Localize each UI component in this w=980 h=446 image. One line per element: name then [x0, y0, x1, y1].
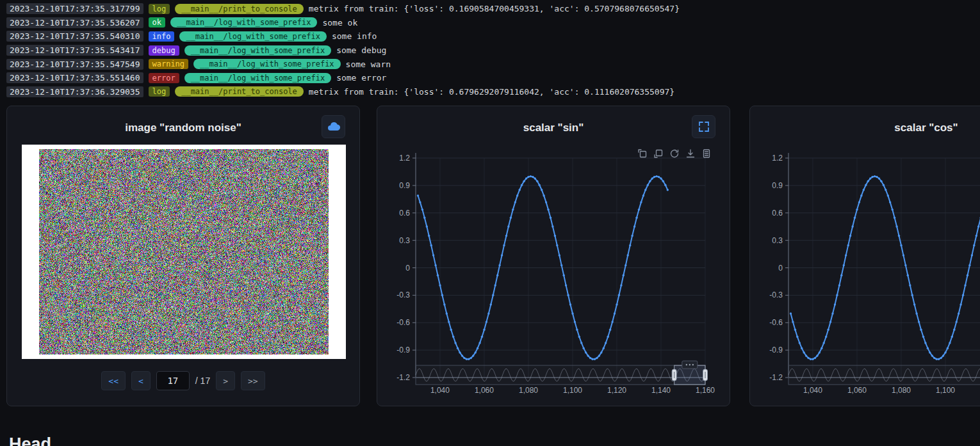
y-tick-label: 1.2 [772, 154, 783, 163]
log-entry: 2023-12-10T17:37:35.536207 ok __main__/l… [0, 16, 980, 30]
log-timestamp: 2023-12-10T17:37:35.551460 [6, 72, 143, 83]
log-console: 2023-12-10T17:37:35.317799 log __main__/… [0, 0, 980, 99]
log-module-badge: __main__/print_to_console [175, 4, 304, 14]
next-page-button[interactable]: > [216, 371, 235, 390]
log-level-badge: error [149, 73, 179, 83]
chart-toolbox [637, 148, 712, 159]
sin-card-title: scalar "sin" [377, 122, 730, 134]
y-tick-label: -0.6 [396, 318, 410, 327]
image-card-title: image "random noise" [7, 122, 359, 134]
zoom-reset-icon[interactable] [653, 148, 664, 159]
section-heading: Head [9, 434, 51, 446]
log-timestamp: 2023-12-10T17:37:35.540310 [6, 31, 143, 42]
log-entry: 2023-12-10T17:37:35.551460 error __main_… [0, 71, 980, 85]
x-tick-label: 1,040 [430, 386, 450, 395]
x-tick-label: 1,060 [847, 386, 867, 395]
scalar-sin-card: scalar "sin" 1.20.90.60.30-0.3-0.6-0.9-1… [377, 106, 730, 406]
cloud-download-icon [327, 121, 341, 132]
y-tick-label: -0.6 [769, 318, 783, 327]
cloud-download-button[interactable] [322, 115, 345, 138]
x-tick-label: 1,100 [936, 386, 955, 395]
log-module-badge: __main__/log_with_some_prefix [193, 59, 341, 69]
log-module-badge: __main__/log_with_some_prefix [184, 73, 332, 83]
noise-image-canvas [22, 145, 346, 359]
log-level-badge: log [149, 86, 170, 97]
log-level-badge: info [149, 31, 175, 42]
x-tick-label: 1,040 [803, 386, 822, 395]
y-tick-label: 0.9 [399, 181, 410, 190]
page-number-input[interactable] [156, 371, 190, 390]
restore-icon[interactable] [669, 148, 680, 159]
y-tick-label: -0.3 [769, 291, 783, 299]
fullscreen-button[interactable] [692, 115, 715, 138]
log-entry: 2023-12-10T17:37:36.329035 log __main__/… [0, 85, 980, 99]
y-tick-label: 0.9 [772, 181, 783, 190]
x-tick-label: 1,160 [696, 386, 715, 395]
y-tick-label: 0 [778, 264, 783, 273]
log-module-badge: __main__/log_with_some_prefix [184, 45, 332, 56]
log-level-badge: debug [149, 45, 179, 56]
log-message: metrix from train: {'loss': 0.1690584700… [309, 4, 680, 13]
scalar-cos-card: scalar "cos" 1.20.90.60.30-0.3-0.6-0.9-1… [749, 106, 980, 406]
x-tick-label: 1,140 [651, 386, 671, 395]
log-timestamp: 2023-12-10T17:37:35.536207 [6, 17, 143, 28]
first-page-button[interactable]: << [101, 371, 126, 390]
save-image-icon[interactable] [685, 148, 696, 159]
log-message: some debug [336, 45, 386, 55]
log-timestamp: 2023-12-10T17:37:35.547549 [6, 59, 143, 70]
image-pagination: << < / 17 > >> [7, 371, 359, 390]
y-tick-label: -0.9 [769, 346, 783, 354]
x-tick-label: 1,120 [607, 386, 626, 395]
log-entry: 2023-12-10T17:37:35.547549 warning __mai… [0, 57, 980, 71]
log-module-badge: __main__/log_with_some_prefix [170, 17, 318, 28]
y-tick-label: 0.6 [772, 209, 783, 218]
log-level-badge: warning [149, 59, 189, 69]
image-card: image "random noise" << < / 17 > >> [6, 106, 360, 406]
y-tick-label: 0.3 [772, 236, 783, 245]
y-tick-label: -0.9 [396, 346, 410, 354]
log-timestamp: 2023-12-10T17:37:35.317799 [6, 3, 143, 14]
cos-chart-plot[interactable]: 1.20.90.60.30-0.3-0.6-0.9-1.21,0401,0601… [750, 106, 980, 407]
x-tick-label: 1,080 [892, 386, 911, 395]
log-entry: 2023-12-10T17:37:35.543417 debug __main_… [0, 44, 980, 58]
y-tick-label: 0 [405, 264, 410, 273]
log-message: some ok [322, 18, 357, 28]
box-zoom-icon[interactable] [637, 148, 648, 159]
log-module-badge: __main__/print_to_console [175, 86, 304, 97]
log-message: metrix from train: {'loss': 0.6796292079… [309, 87, 674, 97]
log-timestamp: 2023-12-10T17:37:35.543417 [6, 45, 143, 56]
y-tick-label: -1.2 [396, 373, 410, 382]
page-total-label: / 17 [195, 376, 210, 386]
fullscreen-expand-icon [698, 120, 710, 133]
log-entry: 2023-12-10T17:37:35.540310 info __main__… [0, 29, 980, 44]
y-tick-label: 0.6 [399, 209, 410, 218]
y-tick-label: 1.2 [399, 154, 410, 163]
log-timestamp: 2023-12-10T17:37:36.329035 [6, 86, 143, 97]
x-tick-label: 1,080 [519, 386, 538, 395]
prev-page-button[interactable]: < [131, 371, 151, 390]
log-message: some error [336, 73, 386, 83]
y-tick-label: 0.3 [399, 236, 410, 245]
y-tick-label: -0.3 [396, 291, 410, 299]
log-message: some warn [346, 60, 391, 69]
y-tick-label: -1.2 [769, 373, 783, 382]
last-page-button[interactable]: >> [241, 371, 265, 390]
log-level-badge: log [149, 4, 170, 14]
x-tick-label: 1,100 [563, 386, 582, 395]
cos-card-title: scalar "cos" [750, 122, 980, 134]
x-tick-label: 1,060 [475, 386, 494, 395]
log-level-badge: ok [149, 17, 165, 28]
log-message: some info [332, 31, 377, 41]
log-entry: 2023-12-10T17:37:35.317799 log __main__/… [0, 2, 980, 16]
data-view-icon[interactable] [701, 148, 712, 159]
log-module-badge: __main__/log_with_some_prefix [179, 31, 327, 42]
